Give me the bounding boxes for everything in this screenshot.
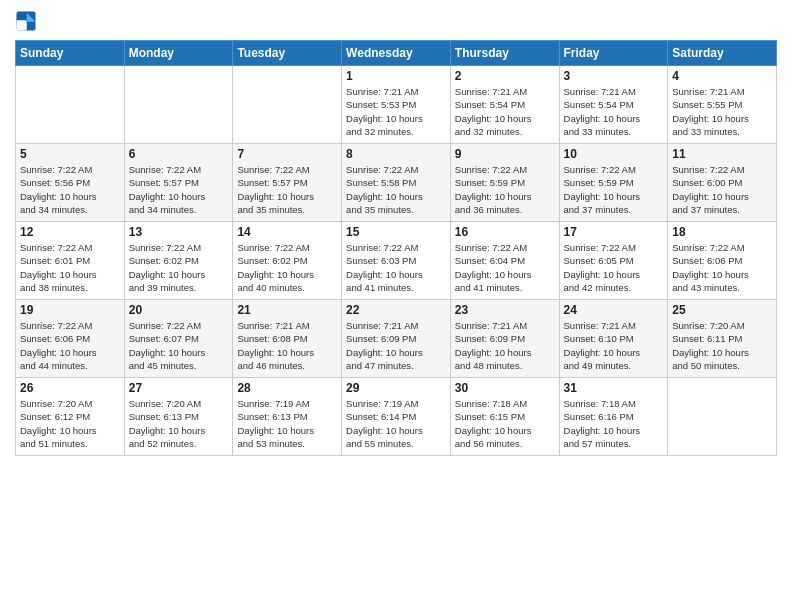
day-number: 6 [129,147,229,161]
day-cell: 24Sunrise: 7:21 AM Sunset: 6:10 PM Dayli… [559,300,668,378]
day-info: Sunrise: 7:22 AM Sunset: 6:04 PM Dayligh… [455,241,555,294]
day-cell: 29Sunrise: 7:19 AM Sunset: 6:14 PM Dayli… [342,378,451,456]
day-info: Sunrise: 7:21 AM Sunset: 5:54 PM Dayligh… [455,85,555,138]
day-number: 25 [672,303,772,317]
day-cell: 13Sunrise: 7:22 AM Sunset: 6:02 PM Dayli… [124,222,233,300]
day-cell: 3Sunrise: 7:21 AM Sunset: 5:54 PM Daylig… [559,66,668,144]
day-cell [16,66,125,144]
day-number: 8 [346,147,446,161]
day-number: 29 [346,381,446,395]
day-number: 17 [564,225,664,239]
day-info: Sunrise: 7:20 AM Sunset: 6:11 PM Dayligh… [672,319,772,372]
day-number: 15 [346,225,446,239]
day-info: Sunrise: 7:22 AM Sunset: 6:06 PM Dayligh… [672,241,772,294]
day-cell: 31Sunrise: 7:18 AM Sunset: 6:16 PM Dayli… [559,378,668,456]
day-cell: 14Sunrise: 7:22 AM Sunset: 6:02 PM Dayli… [233,222,342,300]
day-number: 21 [237,303,337,317]
day-info: Sunrise: 7:21 AM Sunset: 6:10 PM Dayligh… [564,319,664,372]
day-info: Sunrise: 7:22 AM Sunset: 6:01 PM Dayligh… [20,241,120,294]
day-number: 22 [346,303,446,317]
weekday-header-wednesday: Wednesday [342,41,451,66]
day-cell: 21Sunrise: 7:21 AM Sunset: 6:08 PM Dayli… [233,300,342,378]
day-info: Sunrise: 7:21 AM Sunset: 5:53 PM Dayligh… [346,85,446,138]
logo [15,10,41,32]
weekday-header-sunday: Sunday [16,41,125,66]
week-row-4: 19Sunrise: 7:22 AM Sunset: 6:06 PM Dayli… [16,300,777,378]
day-cell: 20Sunrise: 7:22 AM Sunset: 6:07 PM Dayli… [124,300,233,378]
day-number: 24 [564,303,664,317]
day-number: 1 [346,69,446,83]
day-number: 20 [129,303,229,317]
day-number: 12 [20,225,120,239]
day-cell: 2Sunrise: 7:21 AM Sunset: 5:54 PM Daylig… [450,66,559,144]
week-row-1: 1Sunrise: 7:21 AM Sunset: 5:53 PM Daylig… [16,66,777,144]
weekday-header-monday: Monday [124,41,233,66]
day-cell: 23Sunrise: 7:21 AM Sunset: 6:09 PM Dayli… [450,300,559,378]
weekday-header-row: SundayMondayTuesdayWednesdayThursdayFrid… [16,41,777,66]
day-info: Sunrise: 7:22 AM Sunset: 6:02 PM Dayligh… [129,241,229,294]
day-info: Sunrise: 7:22 AM Sunset: 6:06 PM Dayligh… [20,319,120,372]
day-info: Sunrise: 7:22 AM Sunset: 6:00 PM Dayligh… [672,163,772,216]
day-number: 3 [564,69,664,83]
day-info: Sunrise: 7:22 AM Sunset: 6:03 PM Dayligh… [346,241,446,294]
day-cell: 15Sunrise: 7:22 AM Sunset: 6:03 PM Dayli… [342,222,451,300]
day-number: 5 [20,147,120,161]
day-cell: 28Sunrise: 7:19 AM Sunset: 6:13 PM Dayli… [233,378,342,456]
page: SundayMondayTuesdayWednesdayThursdayFrid… [0,0,792,612]
day-cell: 1Sunrise: 7:21 AM Sunset: 5:53 PM Daylig… [342,66,451,144]
week-row-3: 12Sunrise: 7:22 AM Sunset: 6:01 PM Dayli… [16,222,777,300]
day-number: 14 [237,225,337,239]
day-info: Sunrise: 7:19 AM Sunset: 6:14 PM Dayligh… [346,397,446,450]
calendar: SundayMondayTuesdayWednesdayThursdayFrid… [15,40,777,456]
day-number: 7 [237,147,337,161]
day-info: Sunrise: 7:18 AM Sunset: 6:16 PM Dayligh… [564,397,664,450]
day-number: 27 [129,381,229,395]
day-info: Sunrise: 7:20 AM Sunset: 6:12 PM Dayligh… [20,397,120,450]
day-info: Sunrise: 7:21 AM Sunset: 6:09 PM Dayligh… [455,319,555,372]
day-cell: 4Sunrise: 7:21 AM Sunset: 5:55 PM Daylig… [668,66,777,144]
week-row-2: 5Sunrise: 7:22 AM Sunset: 5:56 PM Daylig… [16,144,777,222]
day-info: Sunrise: 7:19 AM Sunset: 6:13 PM Dayligh… [237,397,337,450]
day-number: 31 [564,381,664,395]
day-cell: 27Sunrise: 7:20 AM Sunset: 6:13 PM Dayli… [124,378,233,456]
day-info: Sunrise: 7:21 AM Sunset: 5:55 PM Dayligh… [672,85,772,138]
day-cell: 8Sunrise: 7:22 AM Sunset: 5:58 PM Daylig… [342,144,451,222]
day-cell: 22Sunrise: 7:21 AM Sunset: 6:09 PM Dayli… [342,300,451,378]
header [15,10,777,32]
day-info: Sunrise: 7:22 AM Sunset: 5:59 PM Dayligh… [455,163,555,216]
day-number: 28 [237,381,337,395]
day-number: 30 [455,381,555,395]
day-number: 23 [455,303,555,317]
day-cell: 11Sunrise: 7:22 AM Sunset: 6:00 PM Dayli… [668,144,777,222]
day-cell: 9Sunrise: 7:22 AM Sunset: 5:59 PM Daylig… [450,144,559,222]
day-cell: 12Sunrise: 7:22 AM Sunset: 6:01 PM Dayli… [16,222,125,300]
day-number: 9 [455,147,555,161]
day-info: Sunrise: 7:22 AM Sunset: 5:57 PM Dayligh… [237,163,337,216]
weekday-header-tuesday: Tuesday [233,41,342,66]
day-info: Sunrise: 7:21 AM Sunset: 6:09 PM Dayligh… [346,319,446,372]
weekday-header-friday: Friday [559,41,668,66]
day-info: Sunrise: 7:22 AM Sunset: 5:56 PM Dayligh… [20,163,120,216]
day-number: 13 [129,225,229,239]
day-cell: 5Sunrise: 7:22 AM Sunset: 5:56 PM Daylig… [16,144,125,222]
day-cell: 18Sunrise: 7:22 AM Sunset: 6:06 PM Dayli… [668,222,777,300]
day-info: Sunrise: 7:22 AM Sunset: 6:05 PM Dayligh… [564,241,664,294]
day-info: Sunrise: 7:22 AM Sunset: 6:02 PM Dayligh… [237,241,337,294]
day-number: 2 [455,69,555,83]
day-info: Sunrise: 7:22 AM Sunset: 5:57 PM Dayligh… [129,163,229,216]
day-cell: 7Sunrise: 7:22 AM Sunset: 5:57 PM Daylig… [233,144,342,222]
day-number: 4 [672,69,772,83]
day-number: 18 [672,225,772,239]
day-cell: 17Sunrise: 7:22 AM Sunset: 6:05 PM Dayli… [559,222,668,300]
day-info: Sunrise: 7:20 AM Sunset: 6:13 PM Dayligh… [129,397,229,450]
day-cell: 6Sunrise: 7:22 AM Sunset: 5:57 PM Daylig… [124,144,233,222]
day-cell: 25Sunrise: 7:20 AM Sunset: 6:11 PM Dayli… [668,300,777,378]
day-number: 19 [20,303,120,317]
day-info: Sunrise: 7:18 AM Sunset: 6:15 PM Dayligh… [455,397,555,450]
svg-rect-2 [16,20,26,30]
day-number: 26 [20,381,120,395]
day-info: Sunrise: 7:22 AM Sunset: 5:58 PM Dayligh… [346,163,446,216]
day-info: Sunrise: 7:21 AM Sunset: 5:54 PM Dayligh… [564,85,664,138]
day-info: Sunrise: 7:21 AM Sunset: 6:08 PM Dayligh… [237,319,337,372]
day-number: 16 [455,225,555,239]
